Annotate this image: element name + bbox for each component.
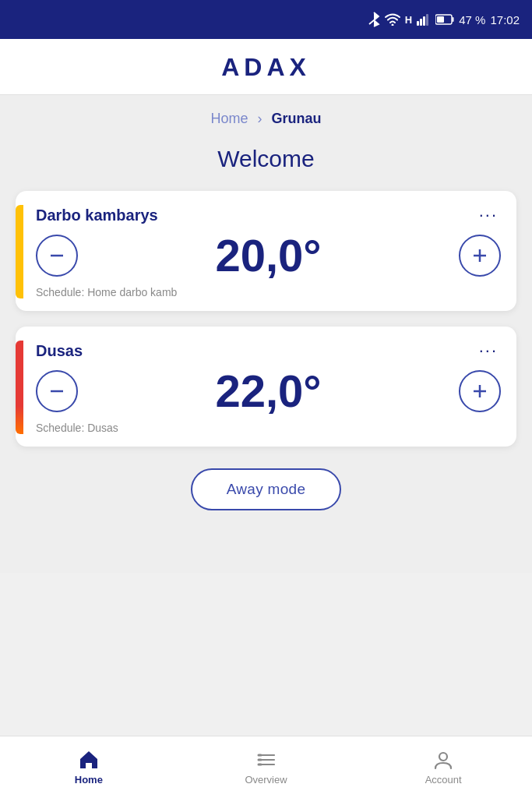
card-accent-2 [16, 341, 23, 434]
card-body-2: Dusas ··· 22,0° Schedule: Dusas [36, 341, 501, 434]
breadcrumb-home[interactable]: Home [210, 111, 248, 127]
account-nav-icon [432, 749, 454, 771]
temp-increase-btn-1[interactable] [459, 235, 501, 277]
device-card-1: Darbo kambarys ··· 20,0° Schedule: Home … [16, 191, 516, 311]
svg-point-0 [391, 24, 393, 26]
card-accent-1 [16, 205, 23, 298]
temp-decrease-btn-2[interactable] [36, 370, 78, 412]
home-nav-icon [78, 749, 100, 771]
nav-item-account[interactable]: Account [354, 749, 532, 786]
temperature-display-2: 22,0° [78, 369, 459, 414]
device-name-1: Darbo kambarys [36, 207, 158, 224]
svg-rect-1 [417, 21, 419, 26]
nav-label-overview: Overview [245, 774, 287, 786]
breadcrumb-separator: › [258, 111, 262, 127]
card-controls-1: 20,0° [36, 233, 501, 278]
bottom-navigation: Home Overview Account [0, 736, 532, 798]
nav-label-account: Account [425, 774, 462, 786]
card-controls-2: 22,0° [36, 369, 501, 414]
svg-rect-7 [453, 17, 454, 22]
device-menu-1[interactable]: ··· [476, 205, 501, 225]
svg-rect-2 [420, 19, 422, 26]
svg-rect-6 [437, 16, 444, 23]
app-logo: ADAX [221, 53, 311, 82]
device-card-2: Dusas ··· 22,0° Schedule: Dusas [16, 327, 516, 447]
card-body-1: Darbo kambarys ··· 20,0° Schedule: Home … [36, 205, 501, 298]
temp-increase-btn-2[interactable] [459, 370, 501, 412]
app-header: ADAX [0, 39, 532, 95]
temperature-display-1: 20,0° [78, 233, 459, 278]
nav-item-overview[interactable]: Overview [178, 749, 355, 786]
clock: 17:02 [490, 13, 520, 26]
battery-percentage: 47 % [459, 13, 485, 26]
svg-rect-3 [423, 16, 425, 26]
svg-rect-4 [426, 14, 428, 26]
bluetooth-icon [368, 12, 380, 27]
welcome-heading: Welcome [0, 133, 532, 191]
device-menu-2[interactable]: ··· [476, 341, 501, 361]
device-schedule-2: Schedule: Dusas [36, 422, 501, 434]
h-signal-icon: H [405, 14, 412, 26]
battery-icon [435, 14, 454, 25]
breadcrumb: Home › Grunau [0, 95, 532, 133]
device-cards-container: Darbo kambarys ··· 20,0° Schedule: Home … [0, 191, 532, 447]
nav-item-home[interactable]: Home [0, 749, 178, 786]
nav-label-home: Home [75, 774, 103, 786]
status-bar: H 47 % 17:02 [0, 0, 532, 39]
main-content: Home › Grunau Welcome Darbo kambarys ···… [0, 95, 532, 573]
away-mode-container: Away mode [0, 468, 532, 510]
device-name-2: Dusas [36, 342, 83, 360]
status-icons: H 47 % 17:02 [368, 12, 520, 27]
signal-icon [417, 13, 431, 26]
breadcrumb-current: Grunau [272, 111, 322, 127]
device-schedule-1: Schedule: Home darbo kamb [36, 286, 501, 298]
overview-nav-icon [255, 749, 277, 771]
card-header-2: Dusas ··· [36, 341, 501, 361]
svg-point-20 [439, 753, 447, 761]
away-mode-button[interactable]: Away mode [191, 468, 342, 510]
card-header-1: Darbo kambarys ··· [36, 205, 501, 225]
temp-decrease-btn-1[interactable] [36, 235, 78, 277]
wifi-icon [385, 13, 400, 26]
